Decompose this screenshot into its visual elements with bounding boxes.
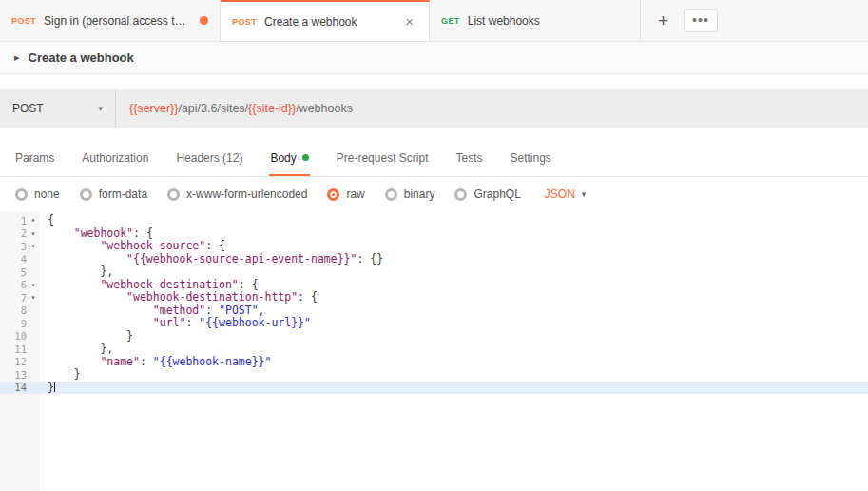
code-line[interactable]: }, [40, 343, 868, 356]
code-line[interactable]: "url": "{{webhook-url}}" [40, 317, 868, 330]
line-number[interactable]: 8 [0, 304, 40, 318]
line-number[interactable]: 1▾ [0, 214, 40, 227]
editor-gutter: 1▾2▾3▾456▾7▾891011121314 [0, 211, 40, 491]
code-line[interactable]: { [40, 214, 868, 227]
request-tab-signin[interactable]: POST Sign in (personal access token) [0, 0, 221, 41]
body-type-none[interactable]: none [15, 187, 60, 201]
code-token: } [74, 367, 81, 381]
method-label-post: POST [11, 16, 36, 26]
close-tab-icon[interactable]: × [401, 12, 417, 30]
code-line[interactable]: "webhook": { [40, 227, 868, 241]
more-options-button[interactable]: ••• [684, 9, 718, 31]
url-input[interactable]: {{server}} /api/3.6/sites/ {{site-id}} /… [116, 89, 366, 128]
code-token: "name" [100, 355, 140, 368]
body-type-x-www-form-urlencoded[interactable]: x-www-form-urlencoded [167, 187, 307, 201]
line-number[interactable]: 2▾ [0, 227, 40, 241]
code-token: "{{webhook-url}}" [199, 316, 311, 329]
code-token [48, 355, 100, 368]
fold-caret-icon[interactable]: ▾ [27, 242, 40, 250]
request-tab-list-webhooks[interactable]: GET List webhooks [430, 0, 641, 41]
line-number[interactable]: 3▾ [0, 240, 40, 253]
code-line[interactable]: "webhook-destination-http": { [40, 291, 868, 304]
code-token: {} [370, 252, 383, 265]
radio-icon [80, 188, 92, 201]
line-number[interactable]: 12 [0, 356, 40, 369]
fold-caret-icon[interactable]: ▾ [27, 216, 40, 225]
text-cursor [54, 382, 55, 392]
code-line[interactable]: } [40, 330, 868, 344]
code-line[interactable]: "name": "{{webhook-name}}" [40, 356, 868, 369]
tab-label: Params [15, 151, 54, 165]
line-number[interactable]: 6▾ [0, 279, 40, 292]
request-section-tabs: Params Authorization Headers (12) Body P… [0, 141, 868, 177]
code-line[interactable]: } [40, 368, 868, 382]
body-type-form-data[interactable]: form-data [80, 187, 147, 201]
collapse-caret-icon[interactable]: ▸ [14, 51, 20, 64]
line-number[interactable]: 7▾ [0, 291, 40, 304]
code-token: "webhook-source" [100, 239, 205, 252]
url-segment: /api/3.6/sites/ [178, 102, 248, 115]
tab-settings[interactable]: Settings [510, 141, 552, 176]
fold-caret-icon[interactable]: ▾ [27, 229, 40, 238]
code-line[interactable]: } [40, 382, 868, 395]
request-tab-create-webhook[interactable]: POST Create a webhook × [221, 0, 430, 41]
line-number[interactable]: 9 [0, 317, 40, 330]
tab-authorization[interactable]: Authorization [81, 141, 149, 176]
body-type-graphql[interactable]: GraphQL [454, 187, 520, 201]
code-line[interactable]: "method": "POST", [40, 304, 868, 318]
code-token: { [219, 239, 225, 252]
code-token: "webhook-destination" [100, 278, 238, 291]
code-token: : [205, 239, 219, 252]
code-line[interactable]: }, [40, 265, 868, 279]
code-token [48, 226, 74, 240]
tab-pre-request-script[interactable]: Pre-request Script [336, 141, 430, 176]
code-token: { [311, 290, 318, 304]
body-has-content-dot [302, 154, 309, 161]
line-number[interactable]: 11 [0, 343, 40, 356]
code-token: "{{webhook-name}}" [153, 355, 272, 368]
code-token: : [239, 278, 252, 291]
code-line[interactable]: "webhook-source": { [40, 240, 868, 253]
body-type-raw[interactable]: raw [327, 187, 364, 201]
fold-caret-icon[interactable]: ▾ [27, 293, 40, 302]
code-token: : [205, 304, 219, 317]
line-number[interactable]: 4 [0, 253, 40, 266]
radio-icon [385, 188, 397, 201]
body-type-binary[interactable]: binary [385, 187, 435, 201]
code-token [48, 265, 100, 278]
code-token: } [126, 329, 133, 343]
fold-caret-icon[interactable]: ▾ [27, 281, 40, 289]
tab-params[interactable]: Params [14, 141, 55, 176]
new-tab-button[interactable]: + [652, 10, 674, 31]
method-label-post: POST [232, 17, 257, 27]
tab-label: Body [270, 151, 296, 165]
code-token [48, 239, 100, 252]
line-number-text: 8 [21, 304, 27, 316]
line-number-text: 10 [14, 330, 27, 342]
language-select[interactable]: JSON ▾ [545, 187, 587, 201]
line-number[interactable]: 10 [0, 330, 40, 344]
body-type-selector: none form-data x-www-form-urlencoded raw… [0, 177, 868, 211]
body-type-label: none [34, 187, 60, 201]
code-line[interactable]: "webhook-destination": { [40, 279, 868, 292]
tab-label: Settings [511, 151, 551, 165]
line-number[interactable]: 14 [0, 382, 40, 395]
code-line[interactable]: "{{webhook-source-api-event-name}}": {} [40, 253, 868, 266]
tab-title: Create a webhook [264, 15, 357, 29]
code-token [48, 329, 126, 343]
code-token: "method" [153, 304, 205, 317]
tab-body[interactable]: Body [269, 141, 309, 176]
code-token: : [357, 252, 370, 265]
radio-icon [454, 188, 467, 201]
line-number[interactable]: 13 [0, 368, 40, 382]
editor-code[interactable]: { "webhook": { "webhook-source": { "{{we… [40, 211, 868, 491]
method-select[interactable]: POST ▾ [0, 89, 116, 128]
tab-label: Authorization [82, 151, 148, 165]
line-number[interactable]: 5 [0, 265, 40, 279]
tab-headers[interactable]: Headers (12) [175, 141, 243, 176]
body-editor[interactable]: 1▾2▾3▾456▾7▾891011121314 { "webhook": { … [0, 211, 868, 491]
code-token: "{{webhook-source-api-event-name}}" [126, 252, 357, 265]
code-token: "webhook-destination-http" [126, 290, 298, 304]
tab-tests[interactable]: Tests [454, 141, 483, 176]
code-token [48, 316, 153, 329]
